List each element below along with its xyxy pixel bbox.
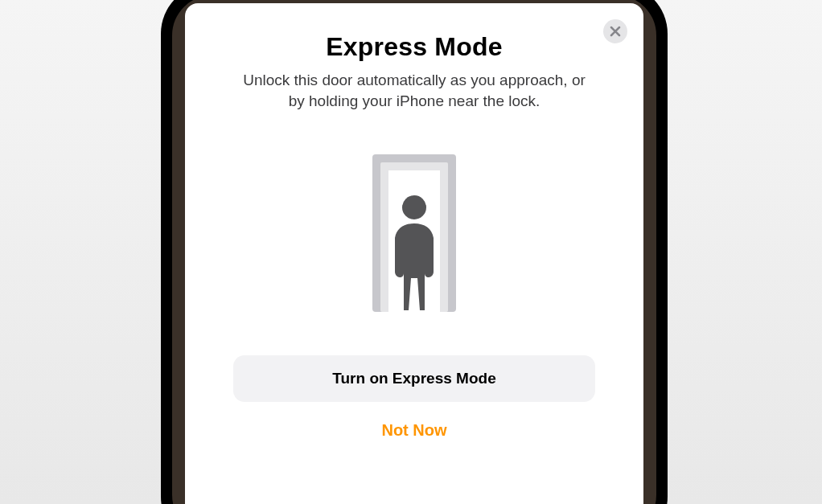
- person-in-doorway-icon: [358, 151, 471, 312]
- phone-frame: Express Mode Unlock this door automatica…: [161, 0, 668, 504]
- modal-title: Express Mode: [326, 32, 502, 62]
- person-door-illustration: [358, 151, 471, 315]
- close-button[interactable]: [603, 19, 627, 43]
- not-now-button[interactable]: Not Now: [381, 421, 446, 440]
- express-mode-modal: Express Mode Unlock this door automatica…: [185, 3, 643, 504]
- turn-on-express-mode-button[interactable]: Turn on Express Mode: [233, 355, 595, 402]
- modal-description: Unlock this door automatically as you ap…: [237, 70, 591, 111]
- svg-point-3: [402, 195, 426, 219]
- close-icon: [610, 26, 621, 37]
- phone-screen: Express Mode Unlock this door automatica…: [172, 0, 656, 504]
